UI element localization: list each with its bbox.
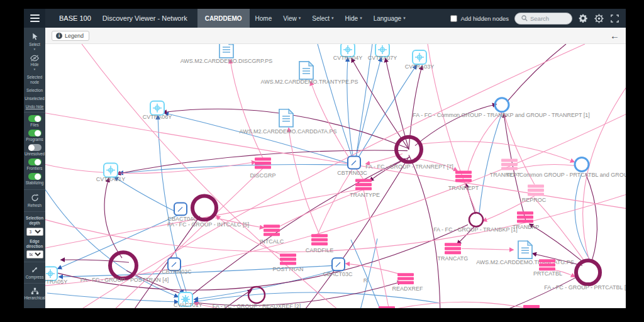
fullscreen-icon[interactable] [609, 13, 619, 23]
graph-node-label: TRANBKP [513, 224, 539, 230]
graph-edge [351, 240, 385, 308]
legend-button[interactable]: i Legend [52, 31, 89, 41]
graph-node-trancatg[interactable]: TRANCATG [438, 243, 469, 262]
graph-edge [194, 269, 338, 299]
edge-direction-label: Edge direction [26, 239, 43, 248]
graph-edge [61, 260, 129, 262]
add-hidden-nodes-checkbox[interactable]: Add hidden nodes [450, 15, 509, 22]
graph-node-r[interactable]: R [364, 277, 368, 284]
graph-canvas[interactable]: AWS.M2.CARDDEMO.DISCGRP.PSAWS.M2.CARDDEM… [45, 44, 626, 308]
graph-node-label: REPROC [522, 197, 547, 203]
refresh-icon [31, 194, 39, 202]
graph-node-label: CVTRA01Y [96, 176, 125, 182]
hierarchical-button[interactable]: Hierarchical [24, 286, 45, 303]
graph-node-label: FA - FC - GROUP - POSTTRAN [4] [80, 277, 169, 283]
menu-view[interactable]: View▾ [277, 9, 306, 28]
graph-node-fc-common-group-prtcatbl-and-group[interactable]: FC - Common GROUP - PRTCATBL and GROUP [507, 158, 626, 179]
graph-node-aws-m2-carddemo-trantype-ps[interactable]: AWS.M2.CARDDEMO.TRANTYPE.PS [261, 62, 358, 85]
compress-label: Compress [24, 275, 45, 280]
graph-node-fa-fc-group-posttran-4[interactable]: FA - FC - GROUP - POSTTRAN [4] [80, 252, 169, 283]
graph-node-label: CVTRA07Y [368, 55, 397, 61]
hide-tool-button[interactable]: Hide ▾ [24, 53, 45, 74]
tab-carddemo[interactable]: CARDDEMO [197, 9, 250, 28]
hide-caret-icon: ▾ [24, 67, 45, 72]
graph-node-label: TRANCATG [438, 255, 469, 262]
graph-edge [346, 264, 401, 274]
graph-node-trantype[interactable]: TRANTYPE [350, 179, 380, 198]
toggle-stabilizing[interactable] [28, 173, 42, 180]
legend-label: Legend [65, 33, 84, 39]
graph-node-readxref[interactable]: READXREF [392, 273, 423, 292]
top-navbar: BASE 100 Discovery Viewer - Network CARD… [24, 9, 626, 28]
graph-node-label: CVTRA05Y [45, 279, 67, 285]
sidebar-divider [24, 189, 45, 190]
graph-node-aws-m2-carddemo-carddata-ps[interactable]: AWS.M2.CARDDEMO.CARDDATA.PS [240, 109, 337, 135]
toggle-unresolved[interactable] [28, 144, 42, 151]
eye-off-icon [30, 55, 39, 62]
settings-cog-icon[interactable] [594, 13, 604, 23]
graph-node-cvtra05y[interactable]: CVTRA05Y [45, 267, 67, 285]
sidebar-item-selection[interactable]: Selection [24, 86, 45, 94]
graph-node-fa-fc-group-tranbkp-1[interactable]: FA - FC - GROUP - TRANBKP [1] [433, 213, 518, 233]
graph-node-label: AWS.M2.CARDDEMO.DISCGRP.PS [180, 58, 273, 64]
graph-node[interactable] [379, 306, 395, 308]
graph-node-cvtra04y[interactable]: CVTRA04Y [333, 44, 362, 61]
hierarchical-label: Hierarchical [24, 296, 45, 301]
gear-icon[interactable] [578, 13, 588, 23]
compress-button[interactable]: Compress [24, 264, 45, 281]
graph-node-label: READXREF [392, 286, 423, 292]
hamburger-menu-icon[interactable] [24, 9, 45, 28]
menu-home[interactable]: Home [250, 9, 278, 28]
sidebar-item-selected-node[interactable]: Selected node [24, 73, 45, 86]
sidebar-item-unselected[interactable]: Unselected [24, 94, 45, 103]
graph-node-label: AWS.M2.CARDDEMO.TRANTYPE.PS [261, 79, 358, 85]
refresh-button[interactable]: Refresh [24, 192, 45, 209]
graph-node-tranbkp[interactable]: TRANBKP [513, 211, 539, 230]
graph-edge [58, 214, 180, 269]
edge-direction-select[interactable]: both [26, 250, 43, 258]
select-cursor-icon [31, 33, 39, 41]
graph-node-cvtra03y[interactable]: CVTRA03Y [405, 50, 434, 70]
graph-node-reproc[interactable]: REPROC [522, 184, 547, 203]
menu-select[interactable]: Select▾ [306, 9, 339, 28]
selection-depth-control: Selection depth 3 [24, 214, 45, 236]
selection-depth-select[interactable]: 3 [26, 228, 43, 236]
toggle-group: FilesProgramsUnresolvedFrontiersStabiliz… [24, 114, 45, 187]
graph-node-cvact01y[interactable]: CVACT01Y [174, 292, 203, 308]
graph-node-label: CVTRA04Y [333, 55, 362, 61]
back-arrow[interactable]: ← [610, 31, 619, 40]
graph-node-cbact03c[interactable]: CBACT03C [323, 258, 353, 277]
menu-language[interactable]: Language▾ [368, 9, 411, 28]
toggle-programs[interactable] [28, 130, 42, 136]
search-input[interactable]: Search [514, 13, 572, 25]
graph-node-posttran[interactable]: POSTTRAN [273, 253, 304, 272]
graph-node-label: CARDFILE [306, 247, 333, 253]
refresh-label: Refresh [24, 203, 45, 208]
graph-edge [418, 142, 574, 162]
graph-node-label: TRANTYPE [350, 192, 380, 198]
toggle-files[interactable] [28, 115, 42, 122]
graph-node-label: CVTRA06Y [143, 114, 172, 120]
graph-node-label: FA - FC - GROUP - INTCALC [5] [167, 221, 249, 228]
graph-node-label: DISCGRP [250, 173, 276, 179]
graph-node[interactable] [523, 305, 540, 308]
toggle-label-unresolved: Unresolved [24, 152, 45, 156]
search-icon [521, 15, 528, 21]
select-tool-button[interactable]: Select ▾ [24, 31, 45, 53]
graph-node-label: FC - Common GROUP - PRTCATBL and GROUP [507, 172, 626, 179]
graph-node-cvtra06y[interactable]: CVTRA06Y [143, 101, 172, 120]
graph-node-aws-m2-carddemo-discgrp-ps[interactable]: AWS.M2.CARDDEMO.DISCGRP.PS [180, 44, 273, 64]
graph-node-label: INTCALC [260, 238, 284, 245]
compress-icon [31, 266, 38, 274]
hierarchical-icon [31, 287, 39, 295]
graph-node-discgrp[interactable]: DISCGRP [250, 158, 276, 179]
undo-hide-link[interactable]: Undo hide [24, 103, 45, 111]
menu-hide[interactable]: Hide▾ [340, 9, 368, 28]
graph-edge [289, 128, 319, 235]
graph-node-label: R [364, 277, 368, 284]
add-hidden-nodes-input[interactable] [450, 15, 457, 22]
graph-node-cardfile[interactable]: CARDFILE [306, 234, 333, 253]
toggle-frontiers[interactable] [28, 158, 42, 165]
graph-node-label: AWS.M2.CARDDEMO.TRANCATG.PS [476, 259, 574, 265]
graph-node-aws-m2-carddemo-trancatg-ps[interactable]: AWS.M2.CARDDEMO.TRANCATG.PS [476, 241, 574, 265]
